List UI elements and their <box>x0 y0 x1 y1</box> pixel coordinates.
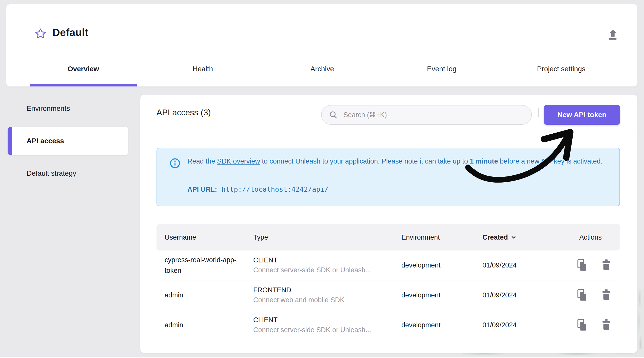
sidebar-item-default-strategy-label: Default strategy <box>27 169 76 177</box>
tab-project-settings[interactable]: Project settings <box>501 58 621 86</box>
trash-icon <box>600 319 612 331</box>
trash-icon <box>600 289 612 301</box>
token-type: CLIENT <box>253 316 401 324</box>
token-type-description: Connect server-side SDK or Unleash... <box>253 326 401 334</box>
background-bottom-edge <box>0 357 644 358</box>
column-header-created-sort[interactable]: Created <box>482 234 576 241</box>
cell-username: cypress-real-world-app-token <box>165 255 238 276</box>
column-header-type: Type <box>253 234 401 241</box>
cell-type: CLIENT Connect server-side SDK or Unleas… <box>253 316 401 334</box>
api-url-label: API URL: <box>187 186 217 193</box>
new-api-token-button[interactable]: New API token <box>544 105 620 125</box>
alert-text: Read the SDK overview to connect Unleash… <box>187 156 613 167</box>
cell-created: 01/09/2024 <box>482 261 576 269</box>
cell-environment: development <box>401 321 482 329</box>
copy-icon <box>576 289 588 301</box>
search-input[interactable] <box>343 111 524 119</box>
tab-event-log-label: Event log <box>427 65 457 73</box>
sdk-overview-link[interactable]: SDK overview <box>217 157 260 165</box>
cell-environment: development <box>401 261 482 269</box>
table-body: cypress-real-world-app-token CLIENT Conn… <box>157 250 620 340</box>
api-access-panel: API access (3) New API token Rea <box>140 95 637 353</box>
cell-actions <box>576 319 619 331</box>
cell-type: CLIENT Connect server-side SDK or Unleas… <box>253 256 401 274</box>
panel-heading: API access (3) <box>157 108 211 117</box>
cell-created: 01/09/2024 <box>482 291 576 299</box>
delete-token-button[interactable] <box>600 259 612 271</box>
column-header-environment: Environment <box>401 234 482 241</box>
cell-username: admin <box>165 290 238 300</box>
sidebar-item-api-access[interactable]: API access <box>8 127 128 155</box>
table-header: Username Type Environment Created Action… <box>157 224 620 250</box>
delete-token-button[interactable] <box>600 319 612 331</box>
alert-text-part2: to connect Unleash to your application. … <box>260 157 470 165</box>
column-header-created-label: Created <box>482 234 508 241</box>
project-header-card: Default Overview Health Archive Event lo… <box>6 4 637 86</box>
copy-icon <box>576 259 588 271</box>
chevron-down-icon <box>511 234 517 240</box>
column-header-actions: Actions <box>576 234 612 241</box>
cell-type: FRONTEND Connect web and mobile SDK <box>253 286 401 304</box>
tab-health-label: Health <box>192 65 213 73</box>
search-icon <box>329 110 338 119</box>
cell-username: admin <box>165 320 238 330</box>
delete-token-button[interactable] <box>600 289 612 301</box>
tab-health[interactable]: Health <box>143 58 263 86</box>
panel-header-divider <box>140 133 637 133</box>
cell-created: 01/09/2024 <box>482 321 576 329</box>
page-title: Default <box>52 27 88 39</box>
trash-icon <box>600 259 612 271</box>
export-upload-icon[interactable] <box>606 28 620 42</box>
tab-archive-label: Archive <box>310 65 334 73</box>
column-header-username: Username <box>165 234 253 241</box>
token-type-description: Connect server-side SDK or Unleash... <box>253 266 401 274</box>
copy-icon <box>576 319 588 331</box>
tab-archive[interactable]: Archive <box>263 58 382 86</box>
sidebar-item-environments-label: Environments <box>27 104 70 113</box>
table-row: admin CLIENT Connect server-side SDK or … <box>157 310 620 340</box>
project-tabs: Overview Health Archive Event log Projec… <box>24 58 621 86</box>
copy-token-button[interactable] <box>576 289 588 301</box>
tab-event-log[interactable]: Event log <box>382 58 501 86</box>
favorite-star-icon[interactable] <box>34 28 47 40</box>
info-icon <box>170 158 180 169</box>
alert-text-bold: 1 minute <box>470 157 498 165</box>
table-row: admin FRONTEND Connect web and mobile SD… <box>157 280 620 310</box>
sidebar-item-environments[interactable]: Environments <box>8 98 128 119</box>
copy-token-button[interactable] <box>576 259 588 271</box>
token-type: CLIENT <box>253 256 401 264</box>
table-row: cypress-real-world-app-token CLIENT Conn… <box>157 250 620 280</box>
copy-token-button[interactable] <box>576 319 588 331</box>
alert-text-part3: before a new API key is activated. <box>498 157 602 165</box>
cell-actions <box>576 259 619 271</box>
search-box <box>321 105 532 125</box>
page: Default Overview Health Archive Event lo… <box>0 0 644 358</box>
active-indicator-bar <box>8 127 12 155</box>
cell-actions <box>576 289 619 301</box>
api-url-value: http://localhost:4242/api/ <box>222 185 329 193</box>
header-divider <box>538 108 539 117</box>
sidebar-item-api-access-label: API access <box>27 137 64 145</box>
alert-text-part1: Read the <box>187 157 217 165</box>
tab-overview[interactable]: Overview <box>24 58 143 86</box>
tab-overview-label: Overview <box>68 65 99 73</box>
tab-project-settings-label: Project settings <box>537 65 585 73</box>
token-type: FRONTEND <box>253 286 401 294</box>
info-alert: Read the SDK overview to connect Unleash… <box>157 148 620 206</box>
sidebar-item-default-strategy[interactable]: Default strategy <box>8 163 128 184</box>
token-type-description: Connect web and mobile SDK <box>253 296 401 304</box>
cell-environment: development <box>401 291 482 299</box>
api-url-line: API URL: http://localhost:4242/api/ <box>187 185 328 193</box>
